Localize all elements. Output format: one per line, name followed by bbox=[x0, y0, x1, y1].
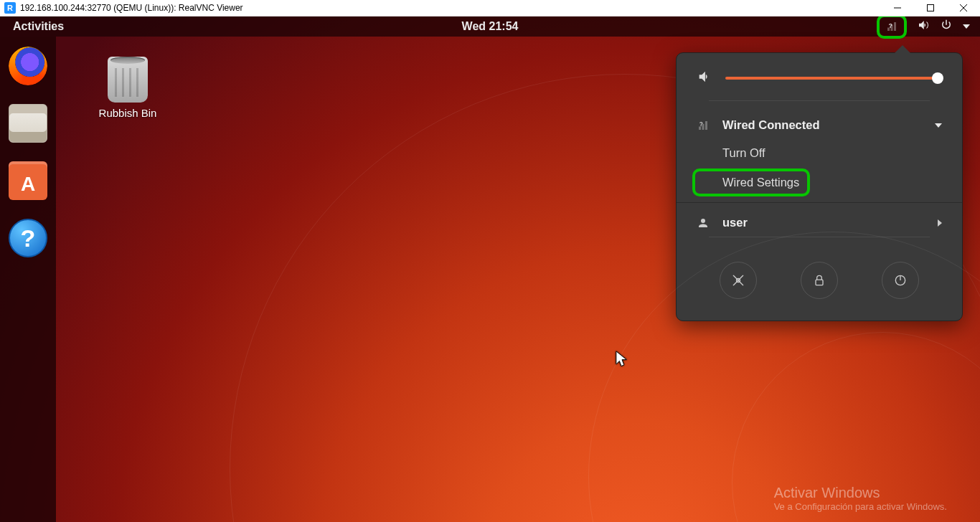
host-window-titlebar: R 192.168.100.244:32770 (QEMU (Linux)): … bbox=[0, 0, 980, 16]
volume-slider-thumb[interactable] bbox=[932, 72, 943, 84]
system-menu-popover: ? Wired Connected Turn Off Wired Setting… bbox=[676, 52, 963, 321]
settings-icon bbox=[731, 273, 745, 288]
svg-text:?: ? bbox=[699, 120, 703, 127]
user-icon bbox=[697, 217, 710, 229]
settings-button[interactable] bbox=[720, 262, 757, 299]
chevron-right-icon bbox=[938, 219, 942, 227]
power-button[interactable] bbox=[882, 262, 919, 299]
clock[interactable]: Wed 21:54 bbox=[462, 20, 519, 33]
svg-rect-4 bbox=[816, 280, 823, 285]
dock-app-firefox[interactable] bbox=[9, 47, 47, 85]
svg-text:?: ? bbox=[889, 22, 893, 29]
chevron-down-icon bbox=[935, 123, 942, 128]
dock-app-software[interactable]: A bbox=[9, 161, 47, 200]
power-icon bbox=[893, 273, 908, 288]
host-window-controls bbox=[881, 0, 980, 16]
user-row[interactable]: user bbox=[677, 209, 962, 237]
network-icon: ? bbox=[697, 119, 710, 132]
volume-icon[interactable] bbox=[917, 19, 930, 34]
lock-button[interactable] bbox=[801, 262, 838, 299]
status-area[interactable]: ? bbox=[877, 16, 970, 37]
lock-icon bbox=[812, 273, 826, 288]
power-icon[interactable] bbox=[940, 19, 953, 34]
ubuntu-dock: A ? bbox=[0, 37, 56, 522]
svg-rect-0 bbox=[928, 5, 934, 11]
windows-activation-watermark: Activar Windows Ve a Configuración para … bbox=[774, 485, 947, 512]
divider bbox=[709, 237, 930, 237]
network-status-icon[interactable]: ? bbox=[877, 16, 907, 39]
trash-label: Rubbish Bin bbox=[92, 107, 164, 119]
desktop-icon-trash[interactable]: Rubbish Bin bbox=[92, 57, 164, 119]
ubuntu-desktop: Activities Wed 21:54 ? A ? Rubbish Bin bbox=[0, 16, 980, 522]
minimize-button[interactable] bbox=[881, 0, 914, 16]
watermark-line1: Activar Windows bbox=[774, 485, 947, 501]
dock-app-files[interactable] bbox=[9, 104, 47, 143]
maximize-button[interactable] bbox=[914, 0, 947, 16]
trash-icon bbox=[108, 57, 148, 103]
watermark-line2: Ve a Configuración para activar Windows. bbox=[774, 501, 947, 512]
separator bbox=[677, 202, 962, 203]
network-row[interactable]: ? Wired Connected bbox=[677, 111, 962, 139]
user-name: user bbox=[722, 216, 748, 229]
dock-app-help[interactable]: ? bbox=[9, 219, 47, 257]
realvnc-icon: R bbox=[4, 2, 16, 14]
close-button[interactable] bbox=[947, 0, 980, 16]
volume-row bbox=[677, 69, 962, 100]
network-title: Wired Connected bbox=[722, 118, 820, 132]
chevron-down-icon[interactable] bbox=[963, 24, 970, 29]
speaker-icon bbox=[697, 69, 712, 87]
divider bbox=[709, 100, 930, 101]
volume-slider[interactable] bbox=[725, 77, 942, 80]
network-turn-off-label: Turn Off bbox=[722, 146, 765, 160]
gnome-top-bar: Activities Wed 21:54 ? bbox=[0, 16, 980, 37]
host-window-title: 192.168.100.244:32770 (QEMU (Linux)): Re… bbox=[20, 3, 243, 13]
network-wired-settings[interactable]: Wired Settings bbox=[692, 169, 810, 196]
network-turn-off[interactable]: Turn Off bbox=[677, 139, 962, 167]
action-button-row bbox=[677, 247, 962, 299]
network-wired-settings-label: Wired Settings bbox=[722, 176, 799, 189]
activities-button[interactable]: Activities bbox=[13, 20, 64, 33]
mouse-cursor bbox=[616, 351, 628, 371]
